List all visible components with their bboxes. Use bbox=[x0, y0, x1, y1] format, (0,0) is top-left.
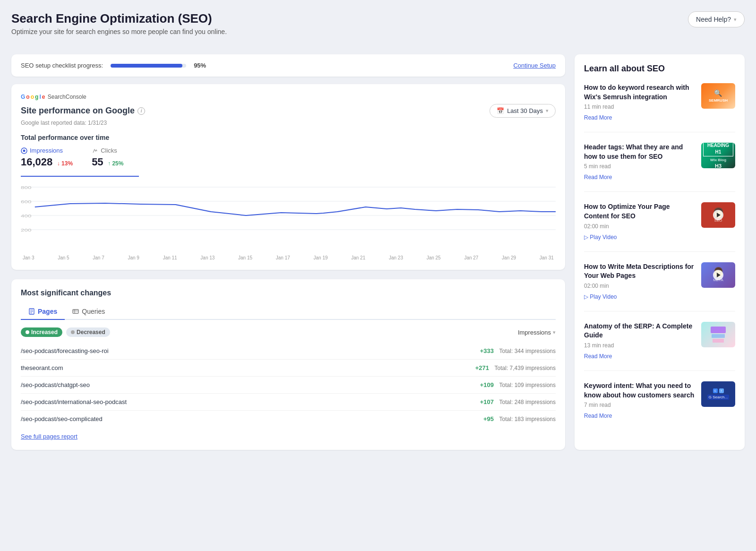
resource-info: How to Optimize Your Page Content for SE… bbox=[584, 202, 695, 241]
clicks-value: 55 ↑ 25% bbox=[92, 156, 123, 168]
clicks-change: ↑ 25% bbox=[106, 160, 124, 167]
resource-title: How to Write Meta Descriptions for Your … bbox=[584, 262, 695, 281]
filter-badges: Increased Decreased bbox=[21, 327, 110, 337]
calendar-icon: 📅 bbox=[497, 107, 504, 114]
list-item: Anatomy of the SERP: A Complete Guide 13… bbox=[584, 322, 735, 371]
resource-title: Anatomy of the SERP: A Complete Guide bbox=[584, 322, 695, 340]
search-console-text: SearchConsole bbox=[46, 94, 86, 100]
play-icon-overlay bbox=[713, 210, 723, 220]
resource-thumbnail: 👩 SEO bbox=[701, 202, 735, 228]
list-item: Keyword intent: What you need to know ab… bbox=[584, 381, 735, 430]
resource-info: How to Write Meta Descriptions for Your … bbox=[584, 262, 695, 301]
impressions-change: ↓ 13% bbox=[55, 160, 73, 167]
anatomy-thumb bbox=[701, 322, 735, 347]
impressions-metric[interactable]: Impressions 16,028 ↓ 13% bbox=[21, 147, 73, 168]
list-item: How to do keyword research with Wix's Se… bbox=[584, 83, 735, 132]
see-full-report-link[interactable]: See full pages report bbox=[21, 433, 77, 440]
play-triangle bbox=[717, 213, 721, 217]
resource-thumbnail: 👨 META bbox=[701, 262, 735, 288]
changes-card: Most significant changes Pages Queries I… bbox=[11, 279, 565, 450]
resource-meta: 13 min read bbox=[584, 342, 695, 349]
resource-thumbnail: HEADING H1 Wix Blog H3 bbox=[701, 143, 735, 168]
metrics-row: Impressions 16,028 ↓ 13% Clicks 55 ↑ 25% bbox=[21, 147, 556, 168]
tab-queries[interactable]: Queries bbox=[65, 304, 112, 320]
resource-title: Keyword intent: What you need to know ab… bbox=[584, 381, 695, 400]
table-row: /seo-podcast/chatgpt-seo +109 Total: 109… bbox=[21, 377, 556, 394]
resource-meta: 02:00 min bbox=[584, 283, 695, 289]
performance-card: Google SearchConsole Site performance on… bbox=[11, 84, 565, 270]
date-range-picker[interactable]: 📅 Last 30 Days ▾ bbox=[490, 104, 556, 118]
impressions-sort[interactable]: Impressions ▾ bbox=[518, 329, 556, 336]
resource-meta: 11 min read bbox=[584, 103, 695, 110]
chart-tab-underline bbox=[21, 176, 139, 177]
svg-text:400: 400 bbox=[21, 214, 31, 218]
increased-badge[interactable]: Increased bbox=[21, 327, 62, 337]
info-icon[interactable]: i bbox=[137, 107, 145, 115]
read-more-link[interactable]: Read More bbox=[584, 114, 612, 121]
date-range-label: Last 30 Days bbox=[507, 107, 543, 114]
checklist-label: SEO setup checklist progress: bbox=[21, 62, 103, 69]
continue-setup-link[interactable]: Continue Setup bbox=[513, 62, 556, 69]
read-more-link[interactable]: Read More bbox=[584, 413, 612, 419]
read-more-link[interactable]: Read More bbox=[584, 174, 612, 181]
resource-thumbnail: 🔍 SEMRUSH bbox=[701, 83, 735, 109]
page-title: Search Engine Optimization (SEO) bbox=[11, 11, 227, 26]
tabs-row: Pages Queries bbox=[21, 304, 556, 320]
decreased-dot bbox=[71, 330, 75, 334]
decreased-badge[interactable]: Decreased bbox=[66, 327, 110, 337]
resource-info: Header tags: What they are and how to us… bbox=[584, 143, 695, 181]
need-help-button[interactable]: Need Help? ▾ bbox=[688, 11, 745, 27]
clicks-metric[interactable]: Clicks 55 ↑ 25% bbox=[92, 147, 123, 168]
filters-row: Increased Decreased Impressions ▾ bbox=[21, 327, 556, 337]
resource-meta: 7 min read bbox=[584, 402, 695, 408]
table-row: /seo-podcast/forecasting-seo-roi +333 To… bbox=[21, 343, 556, 360]
header-thumb: HEADING H1 Wix Blog H3 bbox=[701, 143, 735, 168]
resource-meta: 5 min read bbox=[584, 163, 695, 170]
increased-dot bbox=[26, 330, 29, 334]
learn-seo-sidebar: Learn all about SEO How to do keyword re… bbox=[575, 54, 745, 450]
play-icon-overlay bbox=[713, 270, 723, 280]
read-more-link[interactable]: Read More bbox=[584, 353, 612, 360]
resource-title: Header tags: What they are and how to us… bbox=[584, 143, 695, 161]
resource-thumbnail: G f G Search... bbox=[701, 381, 735, 407]
progress-bar-fill bbox=[111, 64, 182, 68]
progress-percent: 95% bbox=[194, 62, 206, 69]
svg-text:200: 200 bbox=[21, 228, 31, 232]
perf-section-title: Site performance on Google i bbox=[21, 106, 145, 116]
need-help-label: Need Help? bbox=[696, 16, 731, 23]
performance-chart: 800 600 400 200 bbox=[21, 178, 556, 253]
keyword-intent-thumb: G f G Search... bbox=[701, 381, 735, 407]
chart-svg: 800 600 400 200 bbox=[21, 178, 556, 244]
keyword-thumb: 🔍 SEMRUSH bbox=[701, 83, 735, 109]
checklist-card: SEO setup checklist progress: 95% Contin… bbox=[11, 54, 565, 77]
resource-info: How to do keyword research with Wix's Se… bbox=[584, 83, 695, 121]
resource-info: Anatomy of the SERP: A Complete Guide 13… bbox=[584, 322, 695, 360]
chevron-down-icon: ▾ bbox=[734, 17, 737, 23]
resource-thumbnail bbox=[701, 322, 735, 347]
play-triangle bbox=[717, 273, 721, 277]
play-video-link[interactable]: ▷ Play Video bbox=[584, 293, 617, 300]
list-item: Header tags: What they are and how to us… bbox=[584, 143, 735, 192]
list-item: How to Write Meta Descriptions for Your … bbox=[584, 262, 735, 311]
resource-title: How to Optimize Your Page Content for SE… bbox=[584, 202, 695, 221]
google-search-console-logo: Google SearchConsole bbox=[21, 94, 556, 100]
table-row: theseorant.com +271 Total: 7,439 impress… bbox=[21, 360, 556, 377]
svg-text:600: 600 bbox=[21, 199, 31, 204]
tab-pages[interactable]: Pages bbox=[21, 304, 65, 320]
list-item: How to Optimize Your Page Content for SE… bbox=[584, 202, 735, 251]
changes-title: Most significant changes bbox=[21, 289, 556, 297]
resource-title: How to do keyword research with Wix's Se… bbox=[584, 83, 695, 102]
chevron-down-icon: ▾ bbox=[546, 108, 549, 114]
play-video-link[interactable]: ▷ Play Video bbox=[584, 234, 617, 241]
main-content: SEO setup checklist progress: 95% Contin… bbox=[11, 54, 565, 450]
impressions-label: Impressions bbox=[21, 147, 73, 154]
perf-date-reported: Google last reported data: 1/31/23 bbox=[21, 120, 556, 126]
page-header: Search Engine Optimization (SEO) Optimiz… bbox=[11, 11, 227, 35]
chart-section-title: Total performance over time bbox=[21, 134, 556, 141]
svg-rect-14 bbox=[73, 310, 78, 313]
table-row: /seo-podcast/seo-complicated +95 Total: … bbox=[21, 411, 556, 427]
x-axis-labels: Jan 3 Jan 5 Jan 7 Jan 9 Jan 11 Jan 13 Ja… bbox=[21, 255, 556, 260]
svg-point-1 bbox=[23, 149, 26, 152]
pages-icon bbox=[28, 308, 35, 315]
data-rows: /seo-podcast/forecasting-seo-roi +333 To… bbox=[21, 343, 556, 427]
